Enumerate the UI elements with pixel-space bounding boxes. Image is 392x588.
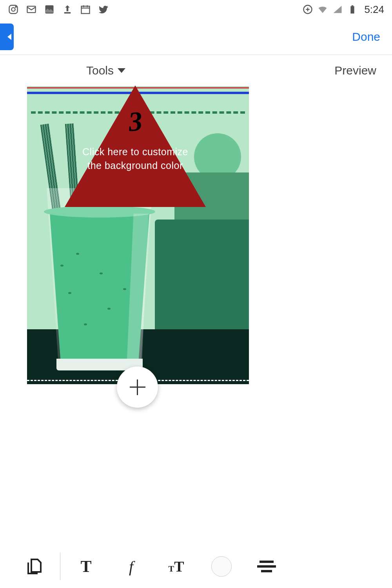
- italic-font-icon: f: [129, 557, 133, 576]
- svg-rect-5: [64, 12, 71, 14]
- tutorial-text: Click here to customize the background c…: [80, 145, 190, 172]
- color-picker-tool[interactable]: [199, 553, 244, 580]
- bottom-toolbar: T f TT: [0, 545, 392, 588]
- back-button[interactable]: [0, 24, 14, 50]
- svg-rect-14: [352, 5, 354, 6]
- gallery-icon: [44, 4, 55, 15]
- color-circle-icon: [211, 556, 232, 577]
- add-button[interactable]: [117, 367, 158, 408]
- font-style-tool[interactable]: f: [109, 553, 154, 580]
- top-nav: Done: [0, 19, 392, 55]
- calendar-icon: [80, 4, 91, 15]
- alignment-icon: [257, 561, 276, 572]
- tools-label: Tools: [86, 64, 114, 77]
- toolbar-divider: [60, 553, 60, 580]
- data-saver-icon: [302, 4, 313, 15]
- twitter-icon: [98, 4, 109, 15]
- svg-rect-6: [82, 6, 90, 14]
- tutorial-tooltip-content: 3 Click here to customize the background…: [80, 106, 190, 172]
- wifi-icon: [317, 4, 328, 15]
- text-size-icon: TT: [168, 558, 184, 575]
- status-time: 5:24: [364, 4, 384, 16]
- signal-icon: [332, 4, 343, 15]
- svg-rect-13: [351, 6, 354, 14]
- bold-text-icon: T: [80, 557, 91, 576]
- status-bar: 5:24: [0, 0, 392, 19]
- upload-icon: [62, 4, 73, 15]
- text-size-tool[interactable]: TT: [154, 553, 199, 580]
- pages-tool[interactable]: [12, 553, 57, 580]
- svg-point-2: [15, 6, 16, 7]
- battery-icon: [347, 4, 358, 15]
- status-bar-left: [8, 4, 109, 15]
- pages-icon: [25, 557, 44, 576]
- bold-text-tool[interactable]: T: [64, 553, 109, 580]
- instagram-icon: [8, 4, 19, 15]
- preview-button[interactable]: Preview: [334, 64, 376, 77]
- svg-point-1: [11, 7, 15, 11]
- secondary-nav: Tools Preview: [0, 55, 392, 86]
- alignment-tool[interactable]: [244, 553, 289, 580]
- tools-dropdown[interactable]: Tools: [86, 64, 125, 77]
- tutorial-step-number: 3: [127, 105, 143, 138]
- chevron-down-icon: [118, 68, 125, 73]
- status-bar-right: 5:24: [302, 4, 384, 16]
- gmail-icon: [26, 4, 37, 15]
- done-button[interactable]: Done: [352, 30, 380, 44]
